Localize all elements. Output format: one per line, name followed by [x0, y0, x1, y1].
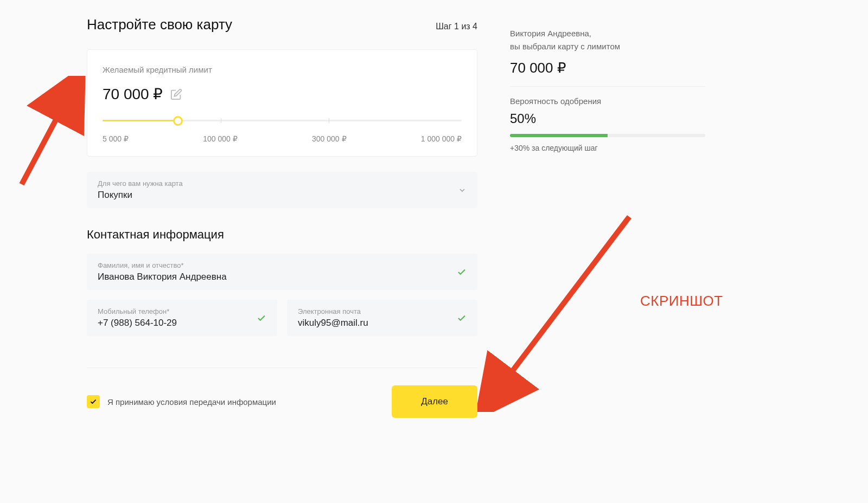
fio-label: Фамилия, имя и отчество*	[98, 261, 467, 269]
sidebar-divider	[510, 86, 705, 87]
chevron-down-icon	[458, 186, 467, 195]
sidebar-greet-line1: Виктория Андреевна,	[510, 29, 591, 38]
slider-tick	[221, 118, 221, 123]
slider-tick-label: 300 000 ₽	[312, 134, 347, 143]
next-button[interactable]: Далее	[392, 385, 477, 418]
slider-tick-label: 100 000 ₽	[203, 134, 238, 143]
purpose-value: Покупки	[98, 190, 467, 201]
slider-tick-label-min: 5 000 ₽	[103, 134, 129, 143]
contact-heading: Контактная информация	[87, 228, 477, 242]
phone-label: Мобильный телефон*	[98, 307, 266, 315]
fio-value: Иванова Виктория Андреевна	[98, 272, 467, 282]
check-icon	[457, 313, 467, 323]
limit-amount: 70 000 ₽	[103, 85, 163, 103]
approval-value: 50%	[510, 111, 705, 126]
purpose-label: Для чего вам нужна карта	[98, 179, 467, 188]
slider-tick	[329, 118, 329, 123]
slider-thumb[interactable]	[173, 116, 183, 126]
limit-label: Желаемый кредитный лимит	[103, 65, 462, 74]
email-value: vikuly95@mail.ru	[298, 318, 467, 328]
svg-line-0	[22, 92, 71, 184]
consent-text: Я принимаю условия передачи информации	[107, 397, 276, 407]
slider-tick-label-max: 1 000 000 ₽	[421, 134, 462, 143]
limit-slider[interactable]	[103, 116, 462, 126]
annotation-arrow	[477, 206, 651, 412]
sidebar-greet-line2: вы выбрали карту с лимитом	[510, 42, 620, 51]
approval-progress-fill	[510, 134, 608, 137]
phone-field[interactable]: Мобильный телефон* +7 (988) 564-10-29	[87, 300, 277, 336]
page-title: Настройте свою карту	[87, 16, 232, 33]
sidebar-amount: 70 000 ₽	[510, 60, 705, 76]
annotation-label: СКРИНШОТ	[640, 293, 723, 309]
approval-hint: +30% за следующий шаг	[510, 144, 705, 152]
check-icon	[257, 313, 266, 323]
purpose-select[interactable]: Для чего вам нужна карта Покупки	[87, 172, 477, 208]
step-indicator: Шаг 1 из 4	[436, 22, 477, 31]
email-field[interactable]: Электронная почта vikuly95@mail.ru	[287, 300, 477, 336]
annotation-arrow	[0, 76, 98, 195]
consent-checkbox[interactable]	[87, 395, 100, 408]
phone-value: +7 (988) 564-10-29	[98, 318, 266, 328]
approval-label: Вероятность одобрения	[510, 96, 705, 106]
edit-icon[interactable]	[170, 88, 182, 100]
divider	[87, 367, 477, 368]
email-label: Электронная почта	[298, 307, 467, 315]
approval-progress	[510, 134, 705, 137]
slider-fill	[103, 120, 178, 121]
svg-line-1	[494, 217, 629, 396]
sidebar-greeting: Виктория Андреевна, вы выбрали карту с л…	[510, 27, 705, 53]
limit-card: Желаемый кредитный лимит 70 000 ₽ 5 00	[87, 49, 477, 157]
fio-field[interactable]: Фамилия, имя и отчество* Иванова Виктори…	[87, 254, 477, 290]
check-icon	[457, 267, 467, 277]
